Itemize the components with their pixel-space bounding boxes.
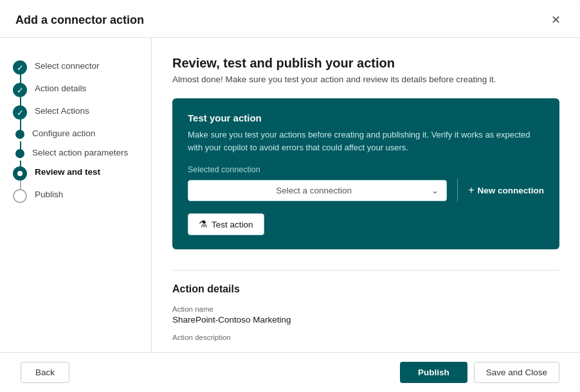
step-icon-2: ✓ bbox=[13, 83, 27, 97]
test-action-card: Test your action Make sure you test your… bbox=[172, 98, 559, 249]
main-content: Review, test and publish your action Alm… bbox=[152, 38, 580, 352]
chevron-down-icon: ⌄ bbox=[431, 186, 439, 195]
close-icon: ✕ bbox=[551, 13, 561, 26]
step-icon-4 bbox=[15, 130, 24, 139]
test-card-title: Test your action bbox=[188, 112, 544, 123]
action-details-title: Action details bbox=[172, 283, 559, 295]
step-icon-3: ✓ bbox=[13, 105, 27, 120]
connection-select-text: Select a connection bbox=[196, 186, 431, 195]
test-action-button[interactable]: ⚗ Test action bbox=[188, 213, 264, 235]
step-icon-5 bbox=[15, 149, 24, 158]
plus-icon: + bbox=[468, 184, 474, 196]
sidebar: ✓ Select connector ✓ Action details ✓ Se… bbox=[0, 38, 152, 352]
check-icon-2: ✓ bbox=[17, 85, 24, 95]
footer-right: Publish Save and Close bbox=[400, 362, 559, 383]
action-name-value: SharePoint-Contoso Marketing bbox=[172, 315, 559, 325]
modal-title: Add a connector action bbox=[15, 13, 144, 27]
sidebar-item-select-action-parameters[interactable]: Select action parameters bbox=[0, 143, 151, 162]
action-description-label: Action description bbox=[172, 334, 559, 341]
sidebar-item-select-connector[interactable]: ✓ Select connector bbox=[0, 56, 151, 78]
modal-header: Add a connector action ✕ bbox=[0, 0, 580, 38]
connection-divider bbox=[457, 179, 458, 202]
section-title: Review, test and publish your action bbox=[172, 56, 559, 71]
modal-body: ✓ Select connector ✓ Action details ✓ Se… bbox=[0, 38, 580, 352]
sidebar-item-publish[interactable]: Publish bbox=[0, 184, 151, 207]
action-name-label: Action name bbox=[172, 305, 559, 313]
action-name-field: Action name SharePoint-Contoso Marketing bbox=[172, 305, 559, 325]
step-icon-1: ✓ bbox=[13, 60, 27, 75]
action-details-section: Action details Action name SharePoint-Co… bbox=[172, 283, 559, 350]
publish-button[interactable]: Publish bbox=[400, 362, 467, 383]
action-description-field: Action description bbox=[172, 334, 559, 341]
test-card-desc: Make sure you test your actions before c… bbox=[188, 129, 544, 154]
step-icon-7 bbox=[13, 189, 27, 203]
active-dot bbox=[17, 171, 23, 176]
new-connection-label: New connection bbox=[477, 186, 544, 195]
save-close-button[interactable]: Save and Close bbox=[474, 362, 559, 383]
sidebar-item-configure-action[interactable]: Configure action bbox=[0, 123, 151, 143]
sidebar-item-select-actions[interactable]: ✓ Select Actions bbox=[0, 101, 151, 123]
section-divider bbox=[172, 270, 559, 271]
connection-select-dropdown[interactable]: Select a connection ⌄ bbox=[188, 180, 447, 201]
modal-footer: Back Publish Save and Close bbox=[0, 352, 580, 392]
check-icon-1: ✓ bbox=[17, 63, 24, 73]
sidebar-item-label-select-connector: Select connector bbox=[35, 60, 100, 71]
footer-left: Back bbox=[21, 362, 69, 383]
section-subtitle: Almost done! Make sure you test your act… bbox=[172, 75, 559, 84]
selected-connection-label: Selected connection bbox=[188, 165, 544, 174]
sidebar-item-label-configure-action: Configure action bbox=[32, 127, 95, 138]
new-connection-button[interactable]: + New connection bbox=[468, 184, 544, 196]
step-icon-6 bbox=[13, 166, 27, 181]
sidebar-item-label-review-and-test: Review and test bbox=[35, 166, 100, 177]
test-action-label: Test action bbox=[212, 220, 253, 229]
check-icon-3: ✓ bbox=[17, 108, 24, 118]
sidebar-item-action-details[interactable]: ✓ Action details bbox=[0, 78, 151, 101]
close-button[interactable]: ✕ bbox=[547, 12, 565, 28]
back-button[interactable]: Back bbox=[21, 362, 69, 383]
sidebar-item-label-select-actions: Select Actions bbox=[35, 105, 89, 116]
beaker-icon: ⚗ bbox=[199, 218, 207, 230]
sidebar-item-label-select-action-parameters: Select action parameters bbox=[32, 147, 128, 157]
sidebar-item-label-publish: Publish bbox=[35, 188, 63, 199]
sidebar-item-label-action-details: Action details bbox=[35, 82, 86, 93]
connection-row: Select a connection ⌄ + New connection bbox=[188, 179, 544, 202]
sidebar-item-review-and-test[interactable]: Review and test bbox=[0, 162, 151, 184]
modal: Add a connector action ✕ ✓ Select connec… bbox=[0, 0, 580, 392]
